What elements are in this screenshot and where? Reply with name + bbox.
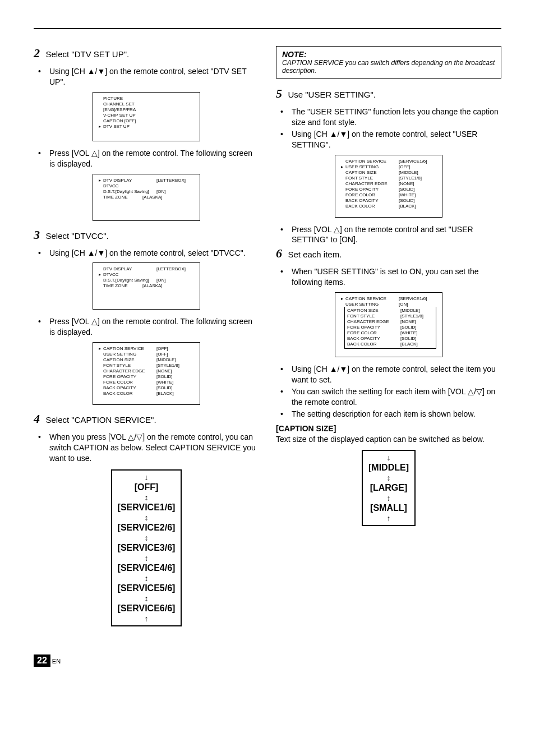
bullet-content: Using [CH ▲/▼] on the remote control, se… (49, 67, 246, 86)
left-column: 2 Select "DTV SET UP". •Using [CH ▲/▼] o… (34, 46, 259, 632)
menu-label: D.S.T.[Daylight Saving] (103, 189, 156, 195)
menu-item-selected: DTV SET UP (103, 124, 130, 130)
arrow-up-icon (118, 614, 176, 623)
selectable-items-box: CAPTION SIZE[MIDDLE] FONT STYLE[STYLE1/8… (344, 307, 436, 349)
bullet-content: The "USER SETTING" function lets you cha… (292, 107, 499, 127)
menu-value: [OFF] (156, 346, 194, 352)
menu-screen-3: DTV DISPLAY[LETTERBOX] ▸DTVCC D.S.T.[Day… (93, 262, 200, 310)
arrow-updown-icon (118, 594, 176, 603)
bullet-content: Press [VOL △] on the remote control. The… (49, 317, 252, 336)
cycle-item: [SERVICE4/6] (118, 564, 176, 573)
menu-value: [SOLID] (399, 187, 436, 192)
bullet-text: •Using [CH ▲/▼] on the remote control, s… (286, 129, 501, 150)
bullet-content: Using [CH ▲/▼] on the remote control, se… (49, 248, 246, 257)
menu-label: CAPTION SERVICE (345, 159, 399, 164)
menu-value: [BLACK] (400, 342, 433, 347)
bullet-content: When you press [VOL △/▽] on the remote c… (49, 432, 256, 463)
step-3: 3 Select "DTVCC". (34, 228, 259, 242)
step-title: Use "USER SETTING". (288, 90, 376, 99)
menu-label: TIME ZONE (103, 283, 142, 289)
content-columns: 2 Select "DTV SET UP". •Using [CH ▲/▼] o… (34, 46, 501, 632)
step-number: 6 (276, 246, 282, 260)
menu-screen-2: ▸DTV DISPLAY[LETTERBOX] DTVCC D.S.T.[Day… (93, 174, 200, 221)
menu-item: CAPTION [OFF] (103, 118, 136, 124)
menu-value: [SOLID] (400, 336, 433, 342)
menu-label: BACK COLOR (345, 204, 399, 209)
step-title: Set each item. (288, 250, 342, 259)
cycle-box: [MIDDLE] [LARGE] [SMALL] (362, 450, 416, 526)
bullet-text: •The "USER SETTING" function lets you ch… (286, 107, 501, 128)
cycle-item: [SERVICE1/6] (118, 503, 176, 512)
menu-value: [ALASKA] (142, 283, 194, 289)
step-number: 4 (34, 412, 40, 426)
menu-label: DTV DISPLAY (103, 178, 156, 183)
menu-screen-5: CAPTION SERVICE[SERVICE1/6] ▸USER SETTIN… (335, 155, 442, 218)
menu-label: BACK COLOR (347, 342, 400, 347)
step-title: Select "CAPTION SERVICE". (45, 415, 156, 425)
right-column: NOTE: CAPTION SERVICE you can switch dif… (276, 46, 501, 632)
menu-value: [NONE] (399, 181, 436, 187)
cycle-item: [MIDDLE] (368, 463, 409, 472)
menu-label: DTVCC (103, 183, 156, 189)
menu-label: TIME ZONE (103, 195, 142, 200)
menu-label: USER SETTING (345, 302, 399, 307)
menu-label: USER SETTING (103, 352, 156, 357)
menu-label: FORE COLOR (345, 192, 399, 198)
menu-value: [MIDDLE] (399, 170, 436, 176)
arrow-down-icon (118, 473, 176, 482)
menu-label: FORE COLOR (103, 380, 156, 385)
menu-label: CAPTION SIZE (347, 308, 400, 314)
cycle-item: [SERVICE5/6] (118, 584, 176, 593)
menu-label: CHARACTER EDGE (103, 368, 156, 374)
page: 2 Select "DTV SET UP". •Using [CH ▲/▼] o… (0, 0, 535, 684)
step-4: 4 Select "CAPTION SERVICE". (34, 412, 259, 426)
cycle-item: [OFF] (118, 483, 176, 492)
bullet-content: The setting description for each item is… (292, 409, 476, 418)
bullet-text: •You can switch the setting for each ite… (286, 386, 501, 408)
cycle-item: [SMALL] (368, 504, 409, 513)
subheading: [CAPTION SIZE] (276, 424, 501, 433)
menu-label: BACK OPACITY (103, 385, 156, 391)
menu-label: FORE COLOR (347, 330, 400, 336)
menu-value: [ALASKA] (142, 195, 194, 200)
menu-value: [ON] (156, 189, 194, 195)
menu-label: DTVCC (103, 272, 156, 278)
menu-item: CHANNEL SET (103, 102, 135, 107)
menu-value: [BLACK] (399, 204, 436, 209)
bullet-content: Press [VOL △] on the remote control. The… (49, 149, 252, 168)
cycle-item: [SERVICE6/6] (118, 604, 176, 613)
step-number: 2 (34, 46, 40, 60)
menu-value: [STYLE1/8] (400, 314, 433, 319)
menu-item: [ENG]/ESP/FRA (103, 107, 136, 113)
cycle-box: [OFF] [SERVICE1/6] [SERVICE2/6] [SERVICE… (111, 469, 182, 626)
page-label: EN (52, 658, 61, 665)
arrow-updown-icon (368, 473, 409, 482)
menu-value: [MIDDLE] (400, 308, 433, 314)
note-body: CAPTION SERVICE you can switch differs d… (282, 59, 495, 75)
menu-value: [OFF] (399, 164, 436, 170)
menu-screen-4: ▸CAPTION SERVICE[OFF] USER SETTING[OFF] … (93, 342, 200, 405)
menu-label: D.S.T.[Daylight Saving] (103, 278, 156, 283)
subtext: Text size of the displayed caption can b… (276, 434, 501, 445)
step-6: 6 Set each item. (276, 246, 501, 261)
menu-value: [LETTERBOX] (156, 178, 194, 183)
bullet-text: •Using [CH ▲/▼] on the remote control, s… (44, 248, 259, 259)
menu-label: CAPTION SERVICE (103, 346, 156, 352)
caption-size-cycle: [MIDDLE] [LARGE] [SMALL] (276, 450, 501, 526)
menu-label: FORE OPACITY (345, 187, 399, 192)
menu-label: FONT STYLE (347, 314, 400, 319)
bullet-text: •Press [VOL △] on the remote control. Th… (44, 148, 259, 169)
menu-value: [MIDDLE] (156, 357, 194, 363)
bullet-content: Using [CH ▲/▼] on the remote control, se… (292, 130, 477, 149)
cycle-item: [SERVICE3/6] (118, 543, 176, 552)
menu-screen-1: PICTURE CHANNEL SET [ENG]/ESP/FRA V-CHIP… (93, 92, 200, 141)
arrow-updown-icon (118, 493, 176, 502)
menu-value: [ON] (399, 302, 436, 307)
menu-label: FORE OPACITY (347, 325, 400, 330)
arrow-up-icon (368, 514, 409, 523)
caption-service-cycle: [OFF] [SERVICE1/6] [SERVICE2/6] [SERVICE… (34, 469, 259, 626)
note-heading: NOTE: (282, 50, 495, 59)
menu-label: FORE OPACITY (103, 374, 156, 380)
arrow-updown-icon (368, 494, 409, 503)
arrow-updown-icon (118, 513, 176, 522)
